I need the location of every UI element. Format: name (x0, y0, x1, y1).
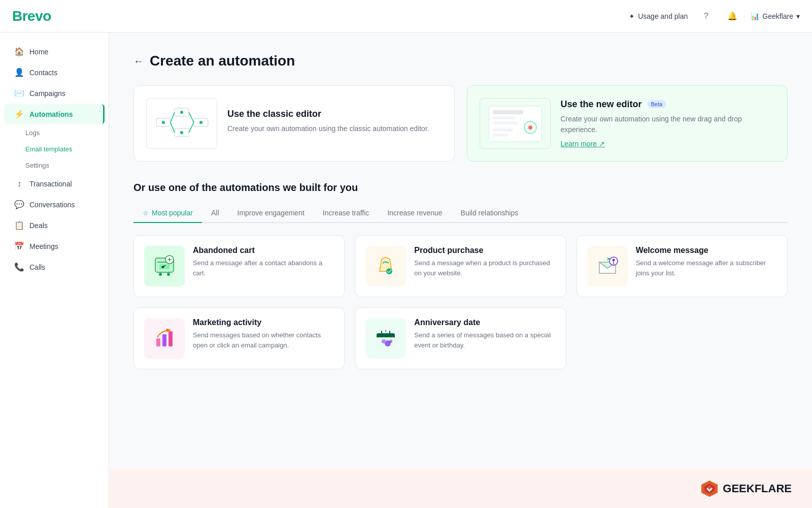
sidebar-item-automations[interactable]: ⚡ Automations (4, 104, 105, 124)
star-icon: ☆ (143, 209, 149, 217)
main-content: ← Create an automation (109, 33, 812, 469)
new-editor-desc: Create your own automation using the new… (561, 114, 775, 135)
sidebar-sub-settings[interactable]: Settings (15, 157, 109, 173)
svg-point-11 (199, 121, 202, 124)
sidebar-item-home[interactable]: 🏠 Home (4, 42, 105, 61)
usage-icon: ✦ (629, 12, 635, 20)
tab-increase-revenue[interactable]: Increase revenue (378, 204, 451, 223)
svg-line-5 (171, 122, 175, 133)
sidebar-item-transactional[interactable]: ↕️ Transactional (4, 174, 105, 194)
automation-card-anniversary[interactable]: Anniversary date Send a series of messag… (355, 307, 566, 369)
sidebar-item-calls[interactable]: 📞 Calls (4, 257, 105, 277)
svg-point-10 (180, 131, 183, 134)
contacts-icon: 👤 (14, 68, 24, 77)
abandoned-cart-title: Abandoned cart (193, 246, 334, 255)
editor-cards: Use the classic editor Create your own a… (133, 85, 788, 162)
automations-section-title: Or use one of the automations we built f… (133, 182, 788, 194)
classic-editor-preview (146, 98, 217, 149)
anniversary-desc: Send a series of messages based on a spe… (414, 330, 555, 350)
sidebar-sub-logs[interactable]: Logs (15, 125, 109, 141)
product-purchase-title: Product purchase (414, 246, 555, 255)
marketing-activity-icon (144, 318, 185, 359)
svg-rect-14 (493, 116, 516, 119)
new-editor-title: Use the new editor Beta (561, 99, 775, 110)
svg-line-6 (189, 112, 194, 122)
automation-card-marketing[interactable]: Marketing activity Send messages based o… (133, 307, 345, 369)
automations-submenu: Logs Email templates Settings (15, 125, 109, 173)
tab-most-popular[interactable]: ☆ Most popular (133, 204, 202, 223)
svg-rect-33 (156, 338, 160, 346)
sidebar-item-label: Transactional (29, 180, 72, 188)
brevo-logo[interactable]: Brevo (12, 8, 51, 24)
footer: GEEKFLARE (0, 469, 812, 508)
automation-card-product-purchase[interactable]: Product purchase Send a message when a p… (355, 235, 566, 297)
svg-rect-18 (493, 129, 513, 132)
chevron-down-icon: ▾ (796, 12, 800, 20)
usage-and-plan-button[interactable]: ✦ Usage and plan (629, 12, 688, 20)
product-purchase-icon (365, 246, 406, 287)
sidebar-item-label: Automations (29, 110, 73, 118)
sidebar-item-deals[interactable]: 📋 Deals (4, 215, 105, 235)
sidebar-item-conversations[interactable]: 💬 Conversations (4, 195, 105, 214)
sidebar-item-label: Meetings (29, 242, 58, 250)
classic-editor-desc: Create your own automation using the cla… (227, 123, 442, 134)
classic-editor-title: Use the classic editor (227, 109, 442, 119)
sidebar-item-contacts[interactable]: 👤 Contacts (4, 62, 105, 82)
sidebar-item-label: Campaigns (29, 89, 65, 98)
svg-point-46 (389, 340, 392, 343)
svg-line-4 (171, 112, 175, 122)
abandoned-cart-content: Abandoned cart Send a message after a co… (193, 246, 334, 278)
product-purchase-content: Product purchase Send a message when a p… (414, 246, 555, 278)
abandoned-cart-desc: Send a message after a contact abandons … (193, 258, 334, 278)
automation-card-welcome[interactable]: Welcome message Send a welcome message a… (577, 235, 788, 297)
sidebar-item-label: Conversations (29, 201, 75, 209)
learn-more-link[interactable]: Learn more ↗ (561, 140, 605, 148)
new-editor-content: Use the new editor Beta Create your own … (561, 99, 775, 148)
classic-editor-content: Use the classic editor Create your own a… (227, 109, 442, 138)
sidebar: 🏠 Home 👤 Contacts ✉️ Campaigns ⚡ Automat… (0, 33, 109, 508)
deals-icon: 📋 (14, 220, 24, 230)
automation-tabs: ☆ Most popular All Improve engagement In… (133, 204, 788, 223)
sidebar-item-meetings[interactable]: 📅 Meetings (4, 236, 105, 256)
classic-editor-card[interactable]: Use the classic editor Create your own a… (133, 85, 455, 162)
new-editor-card[interactable]: Use the new editor Beta Create your own … (467, 85, 788, 162)
welcome-message-icon (587, 246, 628, 287)
tab-build-relationships[interactable]: Build relationships (452, 204, 528, 223)
page-title: Create an automation (150, 53, 295, 69)
svg-point-23 (159, 273, 162, 276)
calls-icon: 📞 (14, 262, 24, 272)
svg-rect-35 (168, 331, 173, 346)
svg-point-17 (528, 125, 532, 130)
welcome-title: Welcome message (636, 246, 777, 255)
tab-increase-traffic[interactable]: Increase traffic (314, 204, 379, 223)
abandoned-cart-icon (144, 246, 185, 287)
automation-card-abandoned-cart[interactable]: Abandoned cart Send a message after a co… (133, 235, 345, 297)
sidebar-item-campaigns[interactable]: ✉️ Campaigns (4, 83, 105, 103)
footer-logo-text: GEEKFLARE (723, 482, 792, 495)
home-icon: 🏠 (14, 47, 24, 56)
tab-all[interactable]: All (202, 204, 228, 223)
notifications-button[interactable]: 🔔 (724, 8, 740, 24)
svg-rect-13 (493, 110, 523, 114)
back-button[interactable]: ← (133, 55, 144, 67)
svg-line-7 (189, 122, 194, 133)
anniversary-content: Anniversary date Send a series of messag… (414, 318, 555, 350)
svg-point-45 (382, 339, 386, 343)
svg-rect-15 (493, 121, 518, 124)
help-button[interactable]: ? (698, 8, 714, 24)
tab-improve-engagement[interactable]: Improve engagement (228, 204, 314, 223)
sidebar-item-label: Calls (29, 263, 45, 271)
sidebar-sub-email-templates[interactable]: Email templates (15, 141, 109, 157)
topnav-right: ✦ Usage and plan ? 🔔 📊 Geekflare ▾ (629, 8, 800, 24)
conversations-icon: 💬 (14, 200, 24, 209)
anniversary-title: Anniversary date (414, 318, 555, 327)
marketing-title: Marketing activity (193, 318, 334, 327)
user-menu[interactable]: 📊 Geekflare ▾ (751, 12, 800, 20)
svg-rect-34 (162, 334, 166, 346)
svg-point-24 (167, 273, 170, 276)
anniversary-date-icon (365, 318, 406, 359)
campaigns-icon: ✉️ (14, 88, 24, 98)
welcome-content: Welcome message Send a welcome message a… (636, 246, 777, 278)
user-icon: 📊 (751, 12, 759, 20)
svg-point-8 (162, 121, 165, 124)
